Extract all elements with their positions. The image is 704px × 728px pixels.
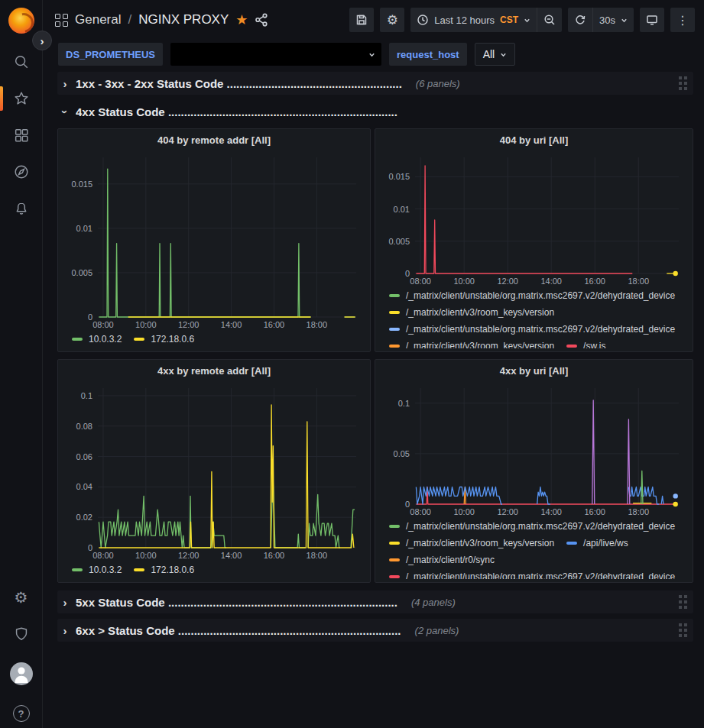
- legend-item[interactable]: /sw.js: [566, 338, 605, 348]
- breadcrumb-folder[interactable]: General: [75, 12, 121, 28]
- timeseries-chart[interactable]: 00.050.108:0010:0012:0014:0016:0018:00: [383, 382, 685, 518]
- dashboard-settings-button[interactable]: ⚙: [380, 8, 404, 32]
- svg-text:14:00: 14:00: [540, 507, 562, 516]
- row-drag-handle[interactable]: [677, 622, 689, 639]
- legend-item[interactable]: /_matrix/client/unstable/org.matrix.msc2…: [389, 568, 675, 579]
- time-range-label: Last 12 hours: [434, 15, 495, 26]
- timeseries-chart[interactable]: 00.020.040.060.080.108:0010:0012:0014:00…: [66, 382, 362, 561]
- legend-item[interactable]: 172.18.0.6: [134, 331, 194, 348]
- favorite-star-icon[interactable]: ★: [235, 11, 248, 28]
- legend-item[interactable]: /_matrix/client/r0/sync: [389, 552, 495, 568]
- share-icon[interactable]: [255, 13, 268, 27]
- dashboard-content: › 1xx - 3xx - 2xx Status Code ..........…: [43, 69, 704, 728]
- panel-4xx-by-remote-addr: 4xx by remote addr [All] 00.020.040.060.…: [57, 359, 371, 583]
- legend-swatch: [134, 338, 144, 341]
- row-title: 4xx Status Code ........................…: [76, 105, 397, 118]
- svg-text:0.1: 0.1: [398, 399, 410, 408]
- dashboard-title[interactable]: NGINX PROXY: [138, 12, 229, 28]
- legend-swatch: [389, 345, 400, 348]
- svg-text:08:00: 08:00: [92, 551, 114, 560]
- legend-swatch: [389, 328, 400, 331]
- datasource-variable-value[interactable]: [170, 43, 381, 66]
- datasource-variable-label[interactable]: DS_PROMETHEUS: [58, 43, 163, 66]
- legend-item[interactable]: /_matrix/client/v3/room_keys/version: [389, 338, 554, 348]
- row-title: 1xx - 3xx - 2xx Status Code ............…: [76, 77, 402, 90]
- timeseries-chart[interactable]: 00.0050.010.01508:0010:0012:0014:0016:00…: [66, 151, 362, 331]
- legend-label: /sw.js: [583, 341, 605, 348]
- legend-label: /_matrix/client/unstable/org.matrix.msc2…: [406, 324, 675, 335]
- legend-label: /_matrix/client/unstable/org.matrix.msc2…: [406, 521, 675, 532]
- svg-text:18:00: 18:00: [628, 277, 649, 286]
- legend-item[interactable]: /_matrix/client/v3/room_keys/version: [389, 304, 554, 321]
- row-drag-handle[interactable]: [677, 75, 689, 92]
- user-avatar[interactable]: [10, 662, 33, 685]
- grafana-logo[interactable]: [8, 8, 34, 34]
- svg-text:12:00: 12:00: [178, 320, 200, 329]
- legend-item[interactable]: /_matrix/client/unstable/org.matrix.msc2…: [389, 287, 675, 304]
- kebab-menu-button[interactable]: ⋮: [670, 8, 695, 32]
- legend-swatch: [566, 345, 577, 348]
- row-1xx-3xx-2xx[interactable]: › 1xx - 3xx - 2xx Status Code ..........…: [57, 72, 693, 95]
- row-title: 6xx > Status Code ......................…: [76, 624, 401, 637]
- legend-item[interactable]: 10.0.3.2: [72, 331, 122, 348]
- search-icon[interactable]: [13, 53, 30, 70]
- row-panel-count: (4 panels): [411, 597, 456, 608]
- variables-bar: DS_PROMETHEUS request_host All: [43, 40, 704, 69]
- svg-text:0.06: 0.06: [76, 452, 92, 461]
- svg-text:0.005: 0.005: [388, 237, 410, 246]
- request-host-variable-value[interactable]: All: [475, 43, 516, 66]
- apps-grid-icon: [55, 14, 68, 27]
- svg-text:0: 0: [405, 269, 410, 278]
- row-4xx[interactable]: › 4xx Status Code ......................…: [57, 100, 693, 123]
- legend-label: 10.0.3.2: [89, 565, 122, 575]
- panel-title[interactable]: 4xx by remote addr [All]: [66, 365, 362, 382]
- legend-item[interactable]: /_matrix/client/unstable/org.matrix.msc2…: [389, 518, 675, 535]
- svg-text:16:00: 16:00: [264, 320, 285, 329]
- row-5xx[interactable]: › 5xx Status Code ......................…: [57, 590, 693, 613]
- legend-label: /_matrix/client/unstable/org.matrix.msc2…: [406, 571, 675, 579]
- svg-text:14:00: 14:00: [221, 320, 242, 329]
- request-host-variable-label[interactable]: request_host: [389, 43, 467, 66]
- legend-item[interactable]: 10.0.3.2: [72, 561, 122, 578]
- panel-legend: 10.0.3.2172.18.0.6: [66, 331, 362, 348]
- dashboards-icon[interactable]: [13, 127, 30, 144]
- legend-item[interactable]: /api/live/ws: [566, 535, 628, 552]
- save-dashboard-button[interactable]: [349, 8, 374, 32]
- sidebar-expand-button[interactable]: ›: [32, 31, 52, 50]
- zoom-out-button[interactable]: [537, 8, 562, 32]
- legend-item[interactable]: /_matrix/client/unstable/org.matrix.msc2…: [389, 321, 675, 338]
- legend-swatch: [134, 568, 144, 571]
- row-6xx[interactable]: › 6xx > Status Code ....................…: [57, 619, 693, 642]
- alerting-bell-icon[interactable]: [13, 200, 30, 217]
- svg-text:0.02: 0.02: [76, 513, 92, 522]
- svg-text:12:00: 12:00: [497, 507, 518, 516]
- legend-item[interactable]: /_matrix/client/v3/room_keys/version: [389, 535, 554, 552]
- svg-text:0.04: 0.04: [76, 482, 92, 491]
- admin-shield-icon[interactable]: [13, 626, 30, 642]
- tv-mode-button[interactable]: [640, 8, 664, 32]
- refresh-interval-picker[interactable]: 30s: [592, 8, 634, 32]
- help-icon[interactable]: ?: [13, 705, 30, 722]
- refresh-button[interactable]: [568, 8, 592, 32]
- settings-gear-icon[interactable]: ⚙: [13, 589, 30, 606]
- svg-text:10:00: 10:00: [453, 277, 475, 286]
- breadcrumb-separator: /: [128, 12, 131, 28]
- legend-item[interactable]: 172.18.0.6: [134, 561, 194, 578]
- panel-title[interactable]: 404 by remote addr [All]: [66, 134, 362, 151]
- time-range-picker[interactable]: Last 12 hours CST: [410, 8, 537, 32]
- grafana-app: › ⚙: [0, 0, 704, 728]
- panel-title[interactable]: 4xx by uri [All]: [383, 365, 685, 382]
- legend-label: 172.18.0.6: [151, 565, 194, 575]
- svg-text:0.05: 0.05: [394, 449, 410, 458]
- row-drag-handle[interactable]: [677, 594, 689, 610]
- explore-compass-icon[interactable]: [13, 163, 30, 180]
- sidebar-item-starred[interactable]: [0, 90, 43, 107]
- request-host-selected: All: [483, 48, 495, 60]
- breadcrumb: General / NGINX PROXY ★: [55, 11, 268, 28]
- row-collapse-icon: ›: [60, 624, 70, 637]
- panel-title[interactable]: 404 by uri [All]: [383, 134, 685, 151]
- svg-text:16:00: 16:00: [584, 507, 605, 516]
- timeseries-chart[interactable]: 00.0050.010.01508:0010:0012:0014:0016:00…: [383, 151, 685, 287]
- svg-text:0: 0: [88, 312, 92, 322]
- svg-text:18:00: 18:00: [628, 507, 649, 516]
